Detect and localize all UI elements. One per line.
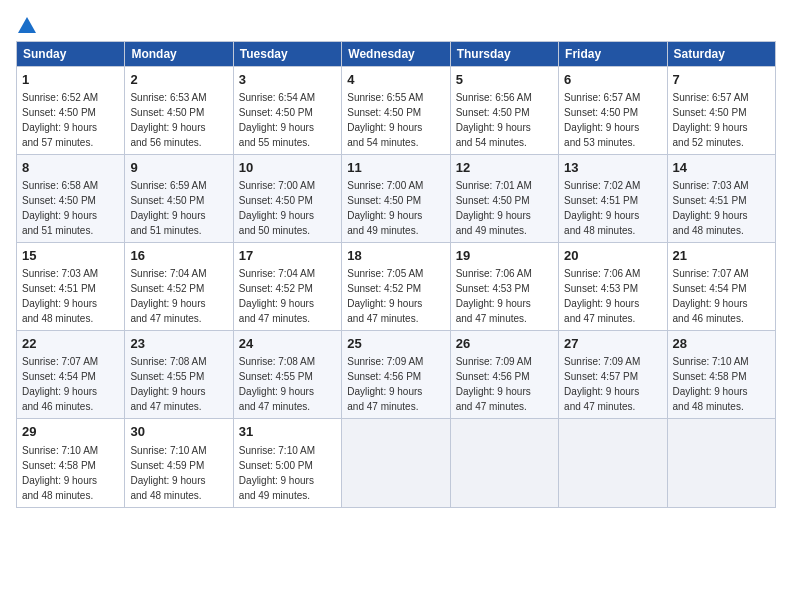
day-cell: 20Sunrise: 7:06 AM Sunset: 4:53 PM Dayli… bbox=[559, 242, 667, 330]
day-cell: 27Sunrise: 7:09 AM Sunset: 4:57 PM Dayli… bbox=[559, 331, 667, 419]
logo-general bbox=[16, 16, 36, 33]
day-number: 23 bbox=[130, 335, 227, 353]
day-cell: 22Sunrise: 7:07 AM Sunset: 4:54 PM Dayli… bbox=[17, 331, 125, 419]
day-cell: 24Sunrise: 7:08 AM Sunset: 4:55 PM Dayli… bbox=[233, 331, 341, 419]
day-number: 28 bbox=[673, 335, 770, 353]
day-cell: 6Sunrise: 6:57 AM Sunset: 4:50 PM Daylig… bbox=[559, 66, 667, 154]
day-cell: 16Sunrise: 7:04 AM Sunset: 4:52 PM Dayli… bbox=[125, 242, 233, 330]
day-cell: 25Sunrise: 7:09 AM Sunset: 4:56 PM Dayli… bbox=[342, 331, 450, 419]
day-number: 25 bbox=[347, 335, 444, 353]
day-cell: 21Sunrise: 7:07 AM Sunset: 4:54 PM Dayli… bbox=[667, 242, 775, 330]
day-number: 1 bbox=[22, 71, 119, 89]
col-header-tuesday: Tuesday bbox=[233, 41, 341, 66]
day-info: Sunrise: 7:09 AM Sunset: 4:56 PM Dayligh… bbox=[347, 356, 423, 412]
day-number: 5 bbox=[456, 71, 553, 89]
week-row-3: 15Sunrise: 7:03 AM Sunset: 4:51 PM Dayli… bbox=[17, 242, 776, 330]
day-number: 9 bbox=[130, 159, 227, 177]
day-cell: 15Sunrise: 7:03 AM Sunset: 4:51 PM Dayli… bbox=[17, 242, 125, 330]
col-header-saturday: Saturday bbox=[667, 41, 775, 66]
day-cell: 23Sunrise: 7:08 AM Sunset: 4:55 PM Dayli… bbox=[125, 331, 233, 419]
day-cell: 30Sunrise: 7:10 AM Sunset: 4:59 PM Dayli… bbox=[125, 419, 233, 507]
day-cell: 28Sunrise: 7:10 AM Sunset: 4:58 PM Dayli… bbox=[667, 331, 775, 419]
day-info: Sunrise: 7:04 AM Sunset: 4:52 PM Dayligh… bbox=[239, 268, 315, 324]
calendar-table: SundayMondayTuesdayWednesdayThursdayFrid… bbox=[16, 41, 776, 508]
day-number: 7 bbox=[673, 71, 770, 89]
week-row-5: 29Sunrise: 7:10 AM Sunset: 4:58 PM Dayli… bbox=[17, 419, 776, 507]
day-info: Sunrise: 6:53 AM Sunset: 4:50 PM Dayligh… bbox=[130, 92, 206, 148]
day-number: 8 bbox=[22, 159, 119, 177]
week-row-4: 22Sunrise: 7:07 AM Sunset: 4:54 PM Dayli… bbox=[17, 331, 776, 419]
day-info: Sunrise: 7:06 AM Sunset: 4:53 PM Dayligh… bbox=[456, 268, 532, 324]
day-cell: 13Sunrise: 7:02 AM Sunset: 4:51 PM Dayli… bbox=[559, 154, 667, 242]
day-number: 14 bbox=[673, 159, 770, 177]
day-cell: 9Sunrise: 6:59 AM Sunset: 4:50 PM Daylig… bbox=[125, 154, 233, 242]
day-cell: 8Sunrise: 6:58 AM Sunset: 4:50 PM Daylig… bbox=[17, 154, 125, 242]
day-number: 6 bbox=[564, 71, 661, 89]
day-number: 13 bbox=[564, 159, 661, 177]
day-number: 31 bbox=[239, 423, 336, 441]
day-info: Sunrise: 7:07 AM Sunset: 4:54 PM Dayligh… bbox=[673, 268, 749, 324]
day-info: Sunrise: 7:02 AM Sunset: 4:51 PM Dayligh… bbox=[564, 180, 640, 236]
day-number: 10 bbox=[239, 159, 336, 177]
day-cell bbox=[667, 419, 775, 507]
day-number: 15 bbox=[22, 247, 119, 265]
day-cell: 2Sunrise: 6:53 AM Sunset: 4:50 PM Daylig… bbox=[125, 66, 233, 154]
day-cell: 4Sunrise: 6:55 AM Sunset: 4:50 PM Daylig… bbox=[342, 66, 450, 154]
svg-marker-0 bbox=[18, 17, 36, 33]
day-info: Sunrise: 6:55 AM Sunset: 4:50 PM Dayligh… bbox=[347, 92, 423, 148]
day-cell bbox=[450, 419, 558, 507]
day-cell: 19Sunrise: 7:06 AM Sunset: 4:53 PM Dayli… bbox=[450, 242, 558, 330]
day-info: Sunrise: 7:07 AM Sunset: 4:54 PM Dayligh… bbox=[22, 356, 98, 412]
day-number: 29 bbox=[22, 423, 119, 441]
day-number: 4 bbox=[347, 71, 444, 89]
day-number: 2 bbox=[130, 71, 227, 89]
day-info: Sunrise: 6:57 AM Sunset: 4:50 PM Dayligh… bbox=[673, 92, 749, 148]
day-number: 20 bbox=[564, 247, 661, 265]
day-info: Sunrise: 7:10 AM Sunset: 5:00 PM Dayligh… bbox=[239, 445, 315, 501]
day-number: 17 bbox=[239, 247, 336, 265]
day-info: Sunrise: 7:08 AM Sunset: 4:55 PM Dayligh… bbox=[239, 356, 315, 412]
day-number: 30 bbox=[130, 423, 227, 441]
day-cell: 18Sunrise: 7:05 AM Sunset: 4:52 PM Dayli… bbox=[342, 242, 450, 330]
col-header-sunday: Sunday bbox=[17, 41, 125, 66]
day-cell: 1Sunrise: 6:52 AM Sunset: 4:50 PM Daylig… bbox=[17, 66, 125, 154]
day-info: Sunrise: 7:00 AM Sunset: 4:50 PM Dayligh… bbox=[347, 180, 423, 236]
day-info: Sunrise: 7:09 AM Sunset: 4:57 PM Dayligh… bbox=[564, 356, 640, 412]
col-header-monday: Monday bbox=[125, 41, 233, 66]
day-info: Sunrise: 6:56 AM Sunset: 4:50 PM Dayligh… bbox=[456, 92, 532, 148]
col-header-friday: Friday bbox=[559, 41, 667, 66]
day-info: Sunrise: 6:57 AM Sunset: 4:50 PM Dayligh… bbox=[564, 92, 640, 148]
day-info: Sunrise: 6:58 AM Sunset: 4:50 PM Dayligh… bbox=[22, 180, 98, 236]
day-number: 12 bbox=[456, 159, 553, 177]
day-cell: 5Sunrise: 6:56 AM Sunset: 4:50 PM Daylig… bbox=[450, 66, 558, 154]
day-info: Sunrise: 6:54 AM Sunset: 4:50 PM Dayligh… bbox=[239, 92, 315, 148]
day-cell: 7Sunrise: 6:57 AM Sunset: 4:50 PM Daylig… bbox=[667, 66, 775, 154]
day-cell: 11Sunrise: 7:00 AM Sunset: 4:50 PM Dayli… bbox=[342, 154, 450, 242]
day-cell bbox=[342, 419, 450, 507]
day-number: 3 bbox=[239, 71, 336, 89]
day-cell: 17Sunrise: 7:04 AM Sunset: 4:52 PM Dayli… bbox=[233, 242, 341, 330]
day-number: 26 bbox=[456, 335, 553, 353]
day-info: Sunrise: 7:10 AM Sunset: 4:58 PM Dayligh… bbox=[22, 445, 98, 501]
calendar-header: SundayMondayTuesdayWednesdayThursdayFrid… bbox=[17, 41, 776, 66]
day-cell: 3Sunrise: 6:54 AM Sunset: 4:50 PM Daylig… bbox=[233, 66, 341, 154]
day-number: 11 bbox=[347, 159, 444, 177]
day-info: Sunrise: 7:08 AM Sunset: 4:55 PM Dayligh… bbox=[130, 356, 206, 412]
day-cell: 12Sunrise: 7:01 AM Sunset: 4:50 PM Dayli… bbox=[450, 154, 558, 242]
day-number: 18 bbox=[347, 247, 444, 265]
day-number: 21 bbox=[673, 247, 770, 265]
day-info: Sunrise: 7:09 AM Sunset: 4:56 PM Dayligh… bbox=[456, 356, 532, 412]
day-info: Sunrise: 7:03 AM Sunset: 4:51 PM Dayligh… bbox=[673, 180, 749, 236]
day-info: Sunrise: 7:05 AM Sunset: 4:52 PM Dayligh… bbox=[347, 268, 423, 324]
day-info: Sunrise: 7:06 AM Sunset: 4:53 PM Dayligh… bbox=[564, 268, 640, 324]
week-row-1: 1Sunrise: 6:52 AM Sunset: 4:50 PM Daylig… bbox=[17, 66, 776, 154]
col-header-thursday: Thursday bbox=[450, 41, 558, 66]
col-header-wednesday: Wednesday bbox=[342, 41, 450, 66]
day-number: 27 bbox=[564, 335, 661, 353]
day-info: Sunrise: 7:04 AM Sunset: 4:52 PM Dayligh… bbox=[130, 268, 206, 324]
week-row-2: 8Sunrise: 6:58 AM Sunset: 4:50 PM Daylig… bbox=[17, 154, 776, 242]
day-cell: 26Sunrise: 7:09 AM Sunset: 4:56 PM Dayli… bbox=[450, 331, 558, 419]
day-cell: 31Sunrise: 7:10 AM Sunset: 5:00 PM Dayli… bbox=[233, 419, 341, 507]
day-cell: 10Sunrise: 7:00 AM Sunset: 4:50 PM Dayli… bbox=[233, 154, 341, 242]
day-info: Sunrise: 7:10 AM Sunset: 4:58 PM Dayligh… bbox=[673, 356, 749, 412]
